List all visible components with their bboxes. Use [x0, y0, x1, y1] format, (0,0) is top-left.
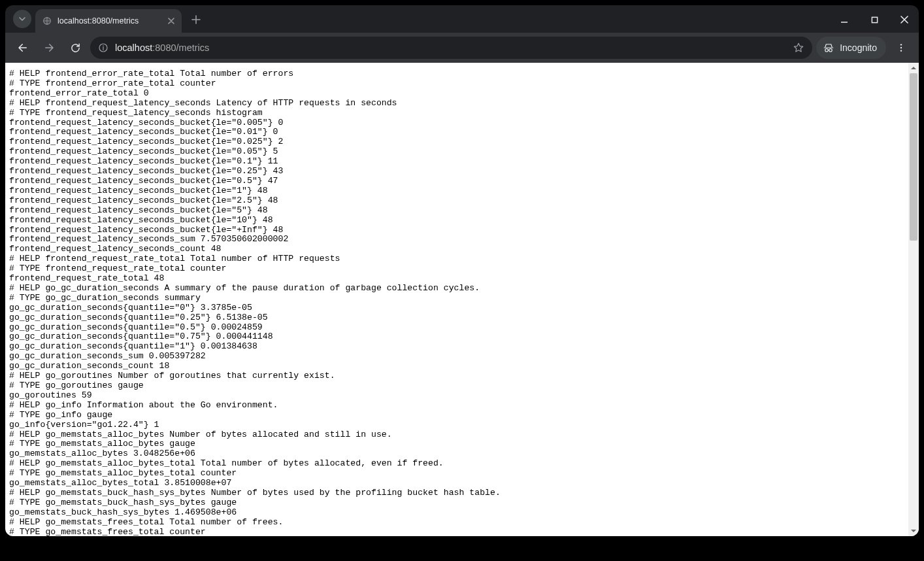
incognito-indicator[interactable]: Incognito [816, 37, 886, 59]
window-maximize-button[interactable] [865, 10, 883, 29]
close-icon [900, 16, 908, 24]
reload-icon [70, 42, 81, 54]
chevron-down-icon [18, 15, 26, 23]
window-close-button[interactable] [895, 10, 914, 29]
info-icon [98, 42, 108, 53]
svg-point-4 [825, 49, 829, 52]
address-bar[interactable]: localhost:8080/metrics [90, 37, 812, 59]
bookmark-button[interactable] [793, 42, 807, 54]
caret-up-icon [910, 65, 917, 71]
incognito-icon [823, 42, 834, 54]
back-button[interactable] [12, 37, 34, 59]
svg-rect-1 [872, 17, 877, 22]
tab-title: localhost:8080/metrics [58, 16, 161, 26]
scroll-up-button[interactable] [908, 63, 919, 73]
arrow-left-icon [17, 42, 29, 54]
incognito-label: Incognito [840, 42, 877, 53]
page-viewport[interactable]: # HELP frontend_error_rate_total Total n… [5, 63, 919, 536]
globe-icon [42, 16, 52, 26]
svg-point-7 [900, 47, 902, 48]
svg-point-5 [829, 49, 833, 52]
browser-menu-button[interactable] [890, 37, 912, 59]
scrollbar-thumb[interactable] [910, 73, 917, 241]
star-icon [793, 42, 804, 54]
url-path: :8080/metrics [152, 42, 209, 53]
kebab-icon [896, 42, 906, 53]
minimize-icon [840, 16, 848, 24]
new-tab-button[interactable] [187, 10, 205, 29]
window-minimize-button[interactable] [835, 10, 853, 29]
maximize-icon [871, 16, 878, 24]
toolbar: localhost:8080/metrics Incognito [5, 33, 919, 63]
window-controls [835, 10, 914, 29]
tab-search-button[interactable] [13, 10, 31, 28]
tab-strip: localhost:8080/metrics [5, 5, 919, 33]
scrollbar-vertical[interactable] [908, 63, 919, 536]
caret-down-icon [910, 528, 917, 534]
svg-point-6 [900, 44, 902, 45]
reload-button[interactable] [64, 37, 86, 59]
plus-icon [191, 15, 201, 24]
metrics-output: # HELP frontend_error_rate_total Total n… [5, 63, 919, 536]
forward-button[interactable] [38, 37, 60, 59]
svg-point-8 [900, 50, 902, 51]
tab-close-button[interactable] [166, 16, 176, 26]
browser-window: localhost:8080/metrics [5, 5, 919, 536]
url-host: localhost [115, 42, 152, 53]
close-icon [168, 18, 174, 24]
arrow-right-icon [43, 42, 55, 54]
svg-point-3 [103, 46, 104, 47]
site-info-button[interactable] [98, 42, 108, 53]
url-text: localhost:8080/metrics [115, 42, 209, 53]
scroll-down-button[interactable] [908, 526, 919, 536]
tab-active[interactable]: localhost:8080/metrics [35, 9, 182, 33]
